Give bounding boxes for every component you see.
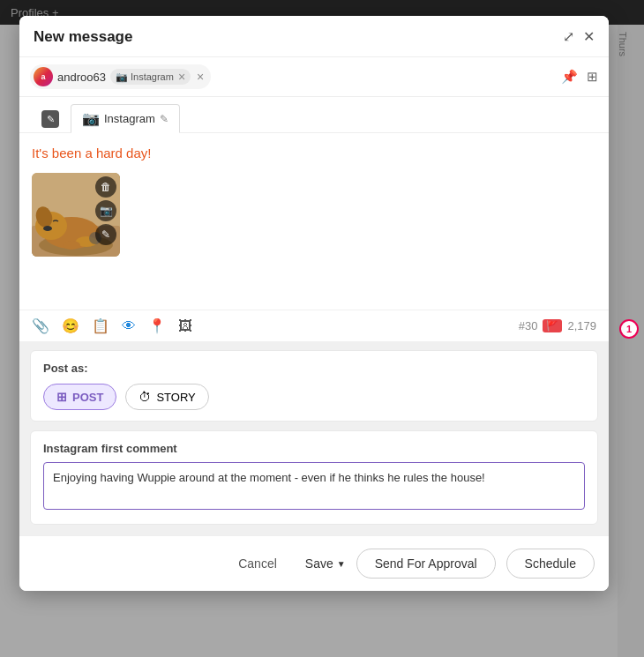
- compose-tab: ✎: [30, 104, 71, 133]
- first-comment-label: Instagram first comment: [43, 442, 585, 455]
- platform-name: Instagram: [131, 71, 174, 82]
- attachment-icon[interactable]: 📎: [32, 317, 49, 334]
- instagram-tab-label: Instagram: [104, 112, 155, 125]
- platform-badge-close[interactable]: ×: [178, 70, 185, 84]
- message-text: It's been a hard day!: [32, 146, 596, 161]
- char-badge: 🚩: [543, 319, 562, 332]
- message-toolbar: 📎 😊 📋 👁 📍 🖼 #30 🚩 2,179: [19, 310, 609, 341]
- save-label: Save: [305, 556, 333, 571]
- save-button[interactable]: Save ▼: [305, 556, 346, 571]
- modal-header-icons: ⤢ ✕: [563, 30, 595, 44]
- message-image-wrapper: 🗑 📷 ✎: [32, 173, 120, 257]
- close-icon[interactable]: ✕: [583, 30, 595, 44]
- first-comment-input[interactable]: [43, 462, 585, 510]
- grid-icon[interactable]: ⊞: [587, 69, 598, 85]
- recipient-bar-actions: 📌 ⊞: [561, 69, 598, 85]
- post-as-label: Post as:: [43, 362, 585, 375]
- notification-badge[interactable]: 1: [619, 319, 639, 339]
- char-tag: #30: [519, 319, 538, 332]
- send-approval-button[interactable]: Send For Approval: [356, 549, 496, 579]
- recipient-platform-badge: 📷 Instagram ×: [110, 69, 191, 85]
- cancel-button[interactable]: Cancel: [221, 549, 295, 578]
- message-area: It's been a hard day!: [19, 133, 609, 310]
- recipient-chip: a androo63 📷 Instagram × ×: [30, 64, 211, 89]
- post-type-post-button[interactable]: ⊞ POST: [43, 384, 116, 410]
- tabs-bar: ✎ 📷 Instagram ✎: [19, 97, 609, 133]
- camera-image-icon[interactable]: 📷: [95, 200, 116, 221]
- image-overlay-icons: 🗑 📷 ✎: [95, 176, 116, 245]
- notes-icon[interactable]: 📋: [92, 317, 109, 334]
- post-type-story-label: STORY: [156, 391, 195, 404]
- instagram-tab[interactable]: 📷 Instagram ✎: [71, 104, 180, 133]
- compose-pencil-icon: ✎: [41, 110, 59, 128]
- recipient-chip-close[interactable]: ×: [197, 70, 204, 84]
- post-type-post-label: POST: [72, 391, 103, 404]
- post-type-story-button[interactable]: ⏱ STORY: [125, 384, 208, 410]
- modal-header: New message ⤢ ✕: [19, 16, 609, 57]
- main-content: It's been a hard day!: [19, 133, 609, 535]
- story-clock-icon: ⏱: [139, 390, 151, 404]
- char-count: #30 🚩 2,179: [519, 319, 596, 332]
- recipient-name: androo63: [57, 71, 106, 84]
- schedule-button[interactable]: Schedule: [506, 549, 595, 579]
- recipient-avatar: a: [34, 67, 53, 86]
- char-value: 2,179: [567, 319, 596, 332]
- new-message-modal: New message ⤢ ✕ a androo63 📷 Instagram ×…: [19, 16, 609, 591]
- pin-icon[interactable]: 📌: [561, 69, 578, 85]
- tab-edit-icon[interactable]: ✎: [160, 113, 168, 125]
- expand-icon[interactable]: ⤢: [563, 30, 574, 44]
- post-grid-icon: ⊞: [56, 390, 67, 404]
- post-as-section: Post as: ⊞ POST ⏱ STORY: [30, 350, 598, 422]
- emoji-icon[interactable]: 😊: [62, 317, 79, 334]
- svg-point-6: [43, 226, 52, 231]
- instagram-icon-small: 📷: [116, 71, 128, 83]
- svg-point-8: [63, 241, 80, 250]
- location-icon[interactable]: 📍: [148, 317, 166, 334]
- save-dropdown-arrow: ▼: [337, 559, 346, 569]
- recipient-bar: a androo63 📷 Instagram × × 📌 ⊞: [19, 57, 609, 97]
- modal-footer: Cancel Save ▼ Send For Approval Schedule: [19, 535, 609, 591]
- image-icon[interactable]: 🖼: [178, 318, 192, 334]
- preview-icon[interactable]: 👁: [122, 318, 136, 334]
- modal-title: New message: [34, 28, 132, 46]
- instagram-tab-icon: 📷: [82, 110, 100, 127]
- edit-image-icon[interactable]: ✎: [95, 224, 116, 245]
- post-type-row: ⊞ POST ⏱ STORY: [43, 384, 585, 410]
- first-comment-section: Instagram first comment: [30, 430, 598, 525]
- delete-image-icon[interactable]: 🗑: [95, 176, 116, 198]
